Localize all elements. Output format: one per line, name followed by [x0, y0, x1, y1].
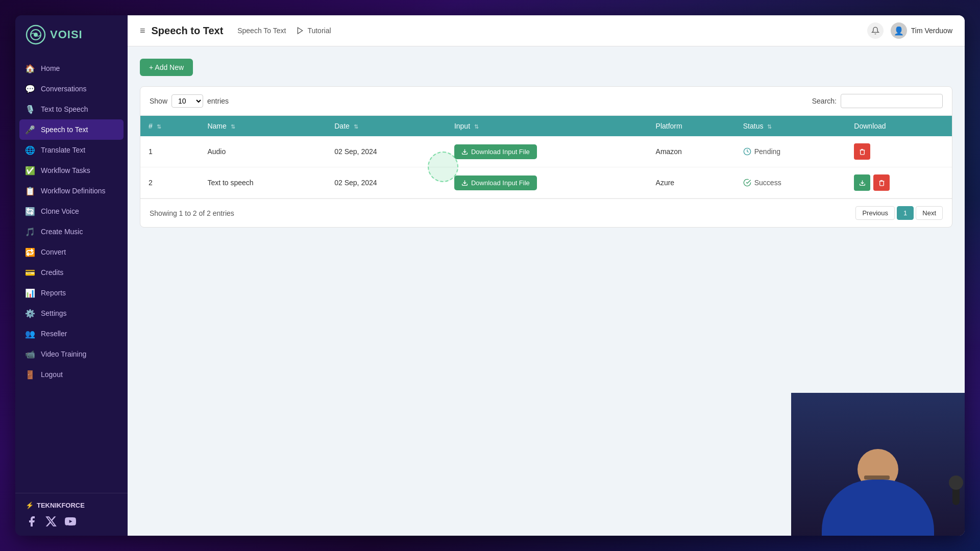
sidebar-item-translate-text[interactable]: 🌐 Translate Text — [15, 140, 128, 160]
sidebar-item-text-to-speech[interactable]: 🎙️ Text to Speech — [15, 99, 128, 119]
col-num: # ⇅ — [140, 116, 199, 136]
convert-icon: 🔁 — [26, 247, 35, 257]
cell-date: 02 Sep, 2024 — [326, 167, 446, 198]
col-date: Date ⇅ — [326, 116, 446, 136]
twitter-x-icon[interactable] — [45, 515, 57, 528]
col-name: Name ⇅ — [199, 116, 326, 136]
cell-status: Success — [735, 167, 846, 198]
sidebar-item-workflow-tasks[interactable]: ✅ Workflow Tasks — [15, 160, 128, 181]
user-info[interactable]: 👤 Tim Verduow — [891, 22, 952, 39]
sidebar-item-label: Create Music — [41, 228, 83, 236]
clone-voice-icon: 🔄 — [26, 207, 35, 216]
sort-icon-name: ⇅ — [231, 123, 235, 130]
cell-status: Pending — [735, 136, 846, 167]
cell-platform: Amazon — [648, 136, 735, 167]
credits-icon: 💳 — [26, 268, 35, 277]
home-icon: 🏠 — [26, 64, 35, 73]
sidebar-item-create-music[interactable]: 🎵 Create Music — [15, 221, 128, 242]
cell-name: Audio — [199, 136, 326, 167]
sidebar: VOISI 🏠 Home 💬 Conversations 🎙️ Text to … — [15, 15, 128, 536]
search-box: Search: — [812, 94, 943, 108]
status-pending: Pending — [743, 147, 838, 156]
prev-page-button[interactable]: Previous — [855, 206, 895, 220]
topbar: ≡ Speech to Text Speech To Text Tutorial — [128, 15, 965, 46]
next-page-button[interactable]: Next — [916, 206, 943, 220]
sidebar-item-workflow-definitions[interactable]: 📋 Workflow Definitions — [15, 181, 128, 201]
pagination: Previous 1 Next — [855, 206, 943, 220]
add-new-button[interactable]: + Add New — [140, 59, 193, 76]
sidebar-item-label: Workflow Tasks — [41, 166, 90, 174]
sidebar-item-reports[interactable]: 📊 Reports — [15, 283, 128, 303]
sidebar-item-convert[interactable]: 🔁 Convert — [15, 242, 128, 262]
table-row: 2 Text to speech 02 Sep, 2024 — [140, 167, 952, 198]
translate-icon: 🌐 — [26, 145, 35, 155]
action-buttons-2 — [854, 174, 944, 191]
sidebar-item-logout[interactable]: 🚪 Logout — [15, 364, 128, 385]
current-page-button[interactable]: 1 — [897, 206, 914, 220]
table-controls: Show 10 25 50 100 entries Search: — [140, 87, 952, 116]
col-download: Download — [846, 116, 952, 136]
create-music-icon: 🎵 — [26, 227, 35, 236]
show-label: Show — [150, 97, 167, 105]
status-label-success: Success — [754, 179, 781, 187]
sidebar-item-label: Text to Speech — [41, 105, 88, 113]
sidebar-item-home[interactable]: 🏠 Home — [15, 58, 128, 79]
topbar-left: ≡ Speech to Text Speech To Text Tutorial — [140, 24, 335, 37]
sidebar-item-label: Reseller — [41, 330, 67, 338]
sidebar-item-label: Logout — [41, 370, 63, 379]
logout-icon: 🚪 — [26, 370, 35, 379]
status-label-pending: Pending — [754, 147, 780, 156]
delete-button[interactable] — [854, 143, 870, 160]
download-icon-2 — [461, 180, 468, 186]
sidebar-item-settings[interactable]: ⚙️ Settings — [15, 303, 128, 323]
trash-icon — [859, 148, 866, 155]
col-status: Status ⇅ — [735, 116, 846, 136]
reports-icon: 📊 — [26, 288, 35, 297]
youtube-icon[interactable] — [64, 515, 77, 528]
sidebar-nav: 🏠 Home 💬 Conversations 🎙️ Text to Speech… — [15, 54, 128, 493]
search-input[interactable] — [841, 94, 943, 108]
teknikforce-logo: ⚡ TEKNIKFORCE — [26, 502, 117, 509]
speech-to-text-icon: 🎤 — [26, 125, 35, 134]
cell-num: 2 — [140, 167, 199, 198]
notification-icon[interactable] — [867, 22, 884, 39]
workflow-def-icon: 📋 — [26, 186, 35, 195]
topbar-right: 👤 Tim Verduow — [867, 22, 952, 39]
webcam-person — [791, 393, 965, 536]
sidebar-item-conversations[interactable]: 💬 Conversations — [15, 79, 128, 99]
col-input: Input ⇅ — [446, 116, 648, 136]
sidebar-item-label: Translate Text — [41, 146, 85, 154]
status-success: Success — [743, 179, 838, 187]
facebook-icon[interactable] — [26, 515, 38, 528]
download-input-file-button[interactable]: Download Input File — [454, 144, 537, 159]
sidebar-item-reseller[interactable]: 👥 Reseller — [15, 323, 128, 344]
delete-button-2[interactable] — [873, 174, 890, 191]
cell-platform: Azure — [648, 167, 735, 198]
breadcrumb-separator — [229, 27, 231, 35]
text-to-speech-icon: 🎙️ — [26, 105, 35, 114]
download-input-file-button-2[interactable]: Download Input File — [454, 176, 537, 190]
hamburger-menu-icon[interactable]: ≡ — [140, 26, 145, 36]
logo-area: VOISI — [15, 15, 128, 54]
tutorial-button[interactable]: Tutorial — [292, 24, 335, 37]
action-buttons — [854, 143, 944, 160]
video-training-icon: 📹 — [26, 349, 35, 359]
sidebar-item-label: Credits — [41, 268, 63, 277]
download-result-button[interactable] — [854, 174, 870, 191]
sidebar-item-speech-to-text[interactable]: 🎤 Speech to Text — [19, 119, 124, 140]
data-table: # ⇅ Name ⇅ Date ⇅ Input ⇅ Platfor — [140, 116, 952, 198]
cell-num: 1 — [140, 136, 199, 167]
sidebar-item-credits[interactable]: 💳 Credits — [15, 262, 128, 283]
sidebar-item-video-training[interactable]: 📹 Video Training — [15, 344, 128, 364]
breadcrumb-link[interactable]: Speech To Text — [237, 27, 286, 35]
social-links — [26, 515, 117, 528]
sidebar-item-clone-voice[interactable]: 🔄 Clone Voice — [15, 201, 128, 221]
sort-icon-status: ⇅ — [767, 123, 772, 130]
tf-icon: ⚡ — [26, 502, 34, 509]
table-header: # ⇅ Name ⇅ Date ⇅ Input ⇅ Platfor — [140, 116, 952, 136]
cell-input: Download Input File — [446, 167, 648, 198]
user-avatar: 👤 — [891, 22, 907, 39]
settings-icon: ⚙️ — [26, 309, 35, 318]
sort-icon-date: ⇅ — [354, 123, 358, 130]
entries-select[interactable]: 10 25 50 100 — [172, 94, 203, 108]
